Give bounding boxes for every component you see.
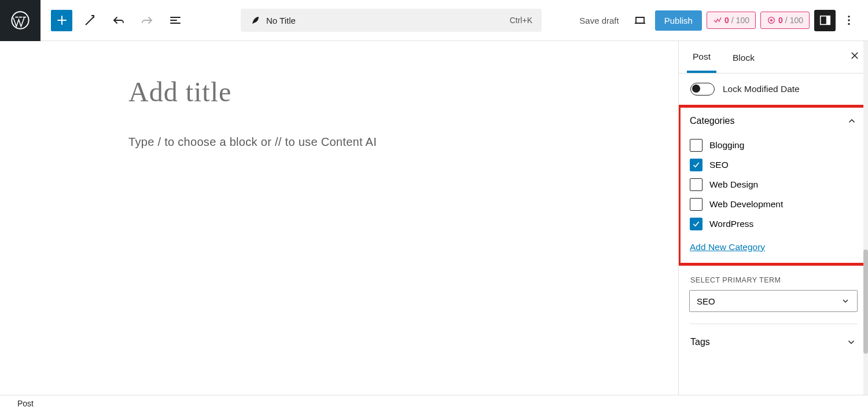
primary-term-select[interactable]: SEO (689, 290, 858, 312)
feather-icon (250, 15, 260, 25)
category-checkbox[interactable] (690, 178, 703, 191)
command-bar[interactable]: No Title Ctrl+K (241, 9, 542, 32)
close-icon (849, 50, 860, 61)
target-icon (767, 16, 776, 25)
svg-point-7 (848, 23, 849, 25)
undo-button[interactable] (108, 10, 129, 31)
categories-panel: Categories BloggingSEOWeb DesignWeb Deve… (678, 105, 868, 266)
seo-score-badge-2[interactable]: 0 / 100 (760, 12, 810, 29)
primary-term-label: SELECT PRIMARY TERM (679, 266, 868, 290)
command-bar-shortcut: Ctrl+K (510, 16, 532, 25)
category-label: WordPress (709, 219, 753, 229)
preview-button[interactable] (630, 10, 650, 31)
category-item[interactable]: SEO (690, 155, 857, 175)
category-item[interactable]: Blogging (690, 135, 857, 155)
lock-modified-date-toggle[interactable] (690, 83, 715, 96)
svg-rect-4 (826, 16, 829, 25)
category-label: SEO (709, 160, 729, 170)
tab-post[interactable]: Post (687, 41, 716, 73)
category-checkbox[interactable] (690, 198, 703, 211)
lock-modified-date-label: Lock Modified Date (723, 84, 800, 94)
settings-panel-toggle[interactable] (814, 10, 836, 31)
document-overview-button[interactable] (164, 10, 186, 31)
chevron-down-icon (841, 296, 850, 306)
wordpress-logo[interactable] (0, 0, 41, 41)
categories-heading[interactable]: Categories (690, 116, 857, 126)
category-item[interactable]: Web Development (690, 195, 857, 214)
svg-point-5 (848, 16, 849, 17)
category-label: Blogging (709, 140, 744, 151)
close-panel-button[interactable] (849, 50, 860, 64)
divider (689, 324, 858, 324)
post-content-placeholder[interactable]: Type / to choose a block or // to use Co… (128, 135, 678, 149)
category-checkbox[interactable] (690, 218, 703, 230)
svg-point-6 (848, 19, 849, 21)
add-block-button[interactable] (51, 10, 72, 31)
svg-point-2 (770, 19, 773, 21)
rankmath-icon (713, 16, 722, 25)
seo-score-badge-1[interactable]: 0 / 100 (707, 12, 756, 29)
options-button[interactable] (840, 10, 858, 31)
post-title-input[interactable]: Add title (128, 76, 678, 108)
save-draft-button[interactable]: Save draft (573, 11, 624, 30)
category-item[interactable]: Web Design (690, 175, 857, 195)
command-bar-title: No Title (266, 16, 510, 25)
category-label: Web Design (709, 179, 758, 190)
category-checkbox[interactable] (690, 159, 703, 171)
sidebar-scrollbar-thumb[interactable] (863, 249, 868, 354)
add-new-category-link[interactable]: Add New Category (690, 242, 765, 252)
redo-button[interactable] (136, 10, 157, 31)
chevron-down-icon (846, 337, 856, 347)
category-label: Web Development (709, 199, 783, 210)
tags-panel-heading[interactable]: Tags (679, 326, 868, 358)
category-checkbox[interactable] (690, 139, 703, 152)
category-item[interactable]: WordPress (690, 214, 857, 234)
tab-block[interactable]: Block (727, 42, 760, 72)
breadcrumb[interactable]: Post (17, 399, 34, 408)
chevron-up-icon (847, 116, 857, 126)
publish-button[interactable]: Publish (655, 10, 702, 31)
tools-button[interactable] (79, 10, 101, 31)
